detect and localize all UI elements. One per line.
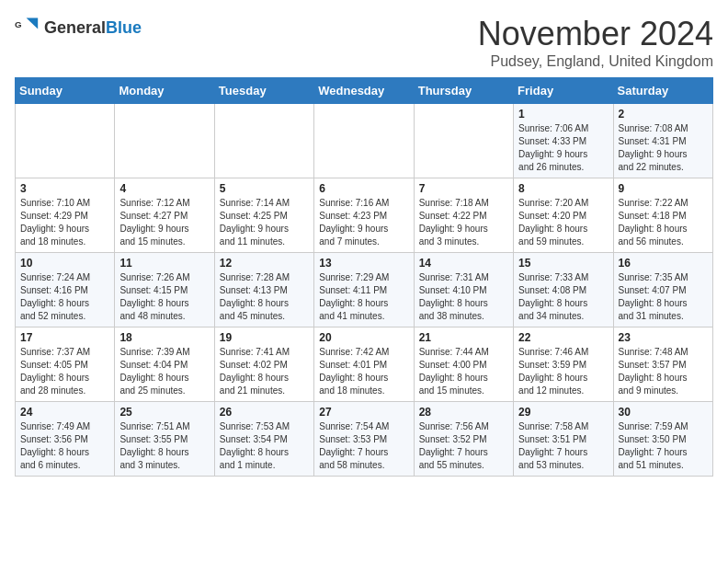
calendar-cell: 28Sunrise: 7:56 AM Sunset: 3:52 PM Dayli… (414, 402, 513, 477)
calendar-cell: 26Sunrise: 7:53 AM Sunset: 3:54 PM Dayli… (214, 402, 313, 477)
calendar-cell: 8Sunrise: 7:20 AM Sunset: 4:20 PM Daylig… (514, 178, 613, 253)
day-number: 13 (319, 257, 408, 270)
calendar-cell: 9Sunrise: 7:22 AM Sunset: 4:18 PM Daylig… (613, 178, 712, 253)
calendar-table: SundayMondayTuesdayWednesdayThursdayFrid… (15, 77, 713, 477)
calendar-cell: 24Sunrise: 7:49 AM Sunset: 3:56 PM Dayli… (16, 402, 115, 477)
calendar-cell: 22Sunrise: 7:46 AM Sunset: 3:59 PM Dayli… (514, 327, 613, 402)
weekday-header-friday: Friday (514, 78, 613, 104)
day-number: 27 (319, 406, 408, 419)
day-info: Sunrise: 7:33 AM Sunset: 4:08 PM Dayligh… (518, 271, 608, 323)
week-row-2: 3Sunrise: 7:10 AM Sunset: 4:29 PM Daylig… (16, 178, 713, 253)
day-number: 2 (619, 108, 708, 121)
day-number: 4 (119, 182, 209, 195)
day-info: Sunrise: 7:44 AM Sunset: 4:00 PM Dayligh… (419, 346, 508, 397)
calendar-cell: 16Sunrise: 7:35 AM Sunset: 4:07 PM Dayli… (613, 253, 712, 327)
day-number: 17 (20, 331, 109, 344)
week-row-3: 10Sunrise: 7:24 AM Sunset: 4:16 PM Dayli… (16, 253, 713, 327)
calendar-cell: 12Sunrise: 7:28 AM Sunset: 4:13 PM Dayli… (214, 253, 313, 327)
calendar-cell: 21Sunrise: 7:44 AM Sunset: 4:00 PM Dayli… (414, 327, 513, 402)
calendar-cell (214, 104, 313, 178)
calendar-cell: 1Sunrise: 7:06 AM Sunset: 4:33 PM Daylig… (514, 104, 613, 178)
calendar-cell: 27Sunrise: 7:54 AM Sunset: 3:53 PM Dayli… (314, 402, 414, 477)
weekday-header-saturday: Saturday (613, 78, 712, 104)
day-info: Sunrise: 7:41 AM Sunset: 4:02 PM Dayligh… (220, 346, 309, 397)
day-number: 21 (419, 331, 508, 344)
day-number: 28 (419, 406, 508, 419)
day-number: 18 (119, 331, 209, 344)
day-info: Sunrise: 7:24 AM Sunset: 4:16 PM Dayligh… (20, 271, 109, 323)
day-info: Sunrise: 7:42 AM Sunset: 4:01 PM Dayligh… (319, 346, 408, 397)
week-row-5: 24Sunrise: 7:49 AM Sunset: 3:56 PM Dayli… (16, 402, 713, 477)
calendar-cell: 4Sunrise: 7:12 AM Sunset: 4:27 PM Daylig… (115, 178, 214, 253)
header: G GeneralBlue November 2024 Pudsey, Engl… (15, 15, 713, 70)
day-info: Sunrise: 7:39 AM Sunset: 4:04 PM Dayligh… (119, 346, 209, 397)
day-info: Sunrise: 7:06 AM Sunset: 4:33 PM Dayligh… (518, 122, 608, 174)
calendar-cell: 29Sunrise: 7:58 AM Sunset: 3:51 PM Dayli… (514, 402, 613, 477)
day-info: Sunrise: 7:48 AM Sunset: 3:57 PM Dayligh… (619, 346, 708, 397)
day-number: 29 (518, 406, 608, 419)
weekday-header-wednesday: Wednesday (314, 78, 414, 104)
day-info: Sunrise: 7:35 AM Sunset: 4:07 PM Dayligh… (619, 271, 708, 323)
day-number: 23 (619, 331, 708, 344)
day-number: 10 (20, 257, 109, 270)
calendar-cell: 14Sunrise: 7:31 AM Sunset: 4:10 PM Dayli… (414, 253, 513, 327)
day-info: Sunrise: 7:29 AM Sunset: 4:11 PM Dayligh… (319, 271, 408, 323)
day-info: Sunrise: 7:58 AM Sunset: 3:51 PM Dayligh… (518, 420, 608, 472)
week-row-1: 1Sunrise: 7:06 AM Sunset: 4:33 PM Daylig… (16, 104, 713, 178)
logo-icon: G (15, 15, 40, 40)
day-info: Sunrise: 7:14 AM Sunset: 4:25 PM Dayligh… (220, 197, 309, 248)
calendar-cell: 13Sunrise: 7:29 AM Sunset: 4:11 PM Dayli… (314, 253, 414, 327)
day-info: Sunrise: 7:53 AM Sunset: 3:54 PM Dayligh… (220, 420, 309, 472)
day-info: Sunrise: 7:12 AM Sunset: 4:27 PM Dayligh… (119, 197, 209, 248)
day-info: Sunrise: 7:56 AM Sunset: 3:52 PM Dayligh… (419, 420, 508, 472)
week-row-4: 17Sunrise: 7:37 AM Sunset: 4:05 PM Dayli… (16, 327, 713, 402)
day-info: Sunrise: 7:16 AM Sunset: 4:23 PM Dayligh… (319, 197, 408, 248)
day-info: Sunrise: 7:20 AM Sunset: 4:20 PM Dayligh… (518, 197, 608, 248)
location-title: Pudsey, England, United Kingdom (478, 53, 713, 70)
calendar-cell: 23Sunrise: 7:48 AM Sunset: 3:57 PM Dayli… (613, 327, 712, 402)
calendar-cell: 2Sunrise: 7:08 AM Sunset: 4:31 PM Daylig… (613, 104, 712, 178)
day-number: 22 (518, 331, 608, 344)
day-info: Sunrise: 7:10 AM Sunset: 4:29 PM Dayligh… (20, 197, 109, 248)
day-info: Sunrise: 7:31 AM Sunset: 4:10 PM Dayligh… (419, 271, 508, 323)
day-info: Sunrise: 7:49 AM Sunset: 3:56 PM Dayligh… (20, 420, 109, 472)
month-title: November 2024 (478, 15, 713, 53)
day-info: Sunrise: 7:59 AM Sunset: 3:50 PM Dayligh… (619, 420, 708, 472)
calendar-cell (16, 104, 115, 178)
calendar-cell: 11Sunrise: 7:26 AM Sunset: 4:15 PM Dayli… (115, 253, 214, 327)
day-number: 5 (220, 182, 309, 195)
day-number: 25 (119, 406, 209, 419)
day-number: 11 (119, 257, 209, 270)
logo-text-general: General (44, 18, 106, 37)
day-number: 24 (20, 406, 109, 419)
logo-text-blue: Blue (106, 18, 142, 37)
calendar-cell: 7Sunrise: 7:18 AM Sunset: 4:22 PM Daylig… (414, 178, 513, 253)
day-info: Sunrise: 7:28 AM Sunset: 4:13 PM Dayligh… (220, 271, 309, 323)
calendar-cell (115, 104, 214, 178)
weekday-header-sunday: Sunday (16, 78, 115, 104)
day-info: Sunrise: 7:26 AM Sunset: 4:15 PM Dayligh… (119, 271, 209, 323)
title-area: November 2024 Pudsey, England, United Ki… (478, 15, 713, 70)
day-number: 9 (619, 182, 708, 195)
day-number: 16 (619, 257, 708, 270)
day-number: 1 (518, 108, 608, 121)
calendar-cell: 15Sunrise: 7:33 AM Sunset: 4:08 PM Dayli… (514, 253, 613, 327)
day-number: 30 (619, 406, 708, 419)
day-number: 26 (220, 406, 309, 419)
day-info: Sunrise: 7:54 AM Sunset: 3:53 PM Dayligh… (319, 420, 408, 472)
calendar-cell: 17Sunrise: 7:37 AM Sunset: 4:05 PM Dayli… (16, 327, 115, 402)
calendar-cell: 6Sunrise: 7:16 AM Sunset: 4:23 PM Daylig… (314, 178, 414, 253)
day-number: 8 (518, 182, 608, 195)
day-info: Sunrise: 7:22 AM Sunset: 4:18 PM Dayligh… (619, 197, 708, 248)
day-number: 7 (419, 182, 508, 195)
day-info: Sunrise: 7:18 AM Sunset: 4:22 PM Dayligh… (419, 197, 508, 248)
day-info: Sunrise: 7:46 AM Sunset: 3:59 PM Dayligh… (518, 346, 608, 397)
weekday-header-monday: Monday (115, 78, 214, 104)
day-number: 3 (20, 182, 109, 195)
weekday-header-row: SundayMondayTuesdayWednesdayThursdayFrid… (16, 78, 713, 104)
calendar-cell: 5Sunrise: 7:14 AM Sunset: 4:25 PM Daylig… (214, 178, 313, 253)
day-number: 19 (220, 331, 309, 344)
calendar-cell: 25Sunrise: 7:51 AM Sunset: 3:55 PM Dayli… (115, 402, 214, 477)
day-number: 14 (419, 257, 508, 270)
day-number: 15 (518, 257, 608, 270)
